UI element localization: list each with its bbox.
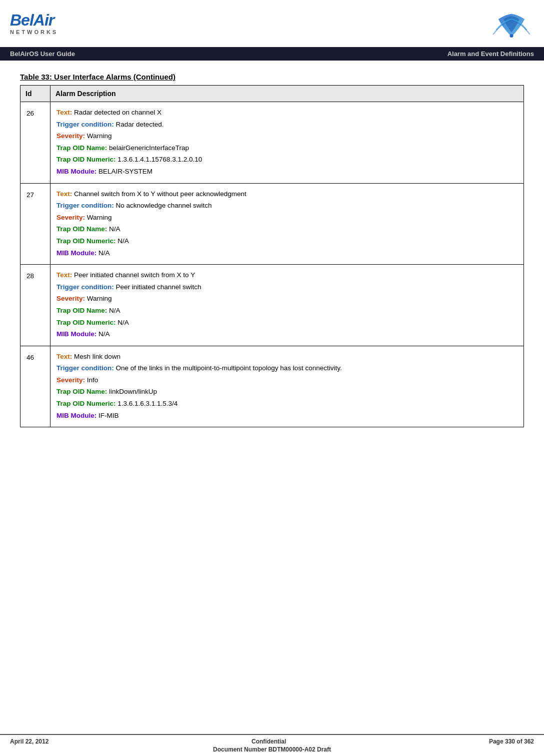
entry-value: BELAIR-SYSTEM bbox=[96, 168, 152, 175]
entry-label: Trap OID Numeric: bbox=[56, 400, 116, 407]
logo-area: BelAir NETWORKS bbox=[10, 12, 58, 35]
row-id: 26 bbox=[20, 102, 50, 184]
alarm-entry-line: Trigger condition: One of the links in t… bbox=[56, 363, 518, 374]
nav-bar: BelAirOS User Guide Alarm and Event Defi… bbox=[0, 47, 544, 61]
entry-value: N/A bbox=[96, 249, 110, 257]
row-id: 28 bbox=[20, 265, 50, 346]
alarm-entry-line: MIB Module: BELAIR-SYSTEM bbox=[56, 166, 518, 177]
alarm-entry-line: Trap OID Numeric: N/A bbox=[56, 317, 518, 328]
entry-label: Text: bbox=[56, 190, 72, 198]
row-description: Text: Radar detected on channel XTrigger… bbox=[50, 102, 524, 184]
entry-value: Peer initiated channel switch bbox=[114, 283, 202, 291]
alarm-entry-line: MIB Module: IF-MIB bbox=[56, 410, 518, 421]
alarm-entry-line: Trigger condition: Peer initiated channe… bbox=[56, 282, 518, 293]
entry-value: Warning bbox=[85, 295, 112, 302]
entry-value: Peer initiated channel switch from X to … bbox=[72, 271, 195, 279]
nav-right: Alarm and Event Definitions bbox=[448, 50, 534, 58]
alarm-entry-line: Text: Mesh link down bbox=[56, 351, 518, 362]
table-title: Table 33: User Interface Alarms (Continu… bbox=[20, 73, 524, 81]
entry-label: MIB Module: bbox=[56, 249, 96, 257]
alarm-entry-line: Text: Peer initiated channel switch from… bbox=[56, 270, 518, 281]
entry-value: linkDown/linkUp bbox=[107, 388, 157, 395]
page-footer: April 22, 2012 Confidential Page 330 of … bbox=[0, 734, 544, 756]
entry-value: Channel switch from X to Y without peer … bbox=[72, 190, 246, 198]
entry-value: Warning bbox=[85, 132, 112, 140]
entry-label: MIB Module: bbox=[56, 330, 96, 338]
alarm-entry-line: Severity: Warning bbox=[56, 293, 518, 304]
col-header-id: Id bbox=[20, 86, 50, 102]
entry-label: Text: bbox=[56, 271, 72, 279]
entry-label: Severity: bbox=[56, 214, 85, 221]
entry-label: Trigger condition: bbox=[56, 364, 114, 372]
page-header: BelAir NETWORKS bbox=[0, 0, 544, 47]
alarm-entry-line: Severity: Warning bbox=[56, 212, 518, 223]
logo-subtitle: NETWORKS bbox=[10, 29, 58, 35]
entry-value: N/A bbox=[107, 225, 120, 233]
entry-label: Text: bbox=[56, 353, 72, 360]
brand-icon bbox=[489, 6, 534, 41]
alarm-entry-line: MIB Module: N/A bbox=[56, 329, 518, 340]
entry-label: Severity: bbox=[56, 132, 85, 140]
entry-label: Trap OID Numeric: bbox=[56, 156, 116, 163]
entry-value: Info bbox=[85, 376, 98, 384]
alarm-entry-line: Text: Radar detected on channel X bbox=[56, 107, 518, 118]
entry-value: 1.3.6.1.6.3.1.1.5.3/4 bbox=[116, 400, 178, 407]
entry-label: Text: bbox=[56, 109, 72, 116]
table-row: 27Text: Channel switch from X to Y witho… bbox=[20, 183, 524, 265]
table-row: 46Text: Mesh link downTrigger condition:… bbox=[20, 346, 524, 427]
footer-doc-number: Document Number BDTM00000-A02 Draft bbox=[10, 746, 534, 753]
alarm-entry-line: Severity: Warning bbox=[56, 131, 518, 142]
entry-label: Trigger condition: bbox=[56, 202, 114, 209]
entry-value: Warning bbox=[85, 214, 112, 221]
entry-label: Trap OID Name: bbox=[56, 225, 107, 233]
entry-value: 1.3.6.1.4.1.15768.3.1.2.0.10 bbox=[116, 156, 202, 163]
entry-label: Trigger condition: bbox=[56, 283, 114, 291]
entry-value: N/A bbox=[116, 237, 129, 245]
alarm-entry-line: MIB Module: N/A bbox=[56, 248, 518, 259]
table-header-row: Id Alarm Description bbox=[20, 86, 524, 102]
alarm-table: Id Alarm Description 26Text: Radar detec… bbox=[20, 85, 524, 427]
row-description: Text: Mesh link downTrigger condition: O… bbox=[50, 346, 524, 427]
alarm-entry-line: Trap OID Numeric: 1.3.6.1.4.1.15768.3.1.… bbox=[56, 154, 518, 165]
entry-label: Trap OID Name: bbox=[56, 144, 107, 152]
entry-value: N/A bbox=[116, 319, 129, 326]
entry-label: MIB Module: bbox=[56, 168, 96, 175]
alarm-entry-line: Trigger condition: No acknowledge channe… bbox=[56, 200, 518, 211]
alarm-entry-line: Trap OID Name: N/A bbox=[56, 224, 518, 235]
entry-value: N/A bbox=[96, 330, 110, 338]
entry-value: Radar detected. bbox=[114, 121, 164, 128]
entry-label: Severity: bbox=[56, 295, 85, 302]
entry-value: IF-MIB bbox=[96, 412, 118, 419]
entry-label: Trigger condition: bbox=[56, 121, 114, 128]
alarm-entry-line: Trap OID Numeric: N/A bbox=[56, 236, 518, 247]
entry-label: Severity: bbox=[56, 376, 85, 384]
row-id: 27 bbox=[20, 183, 50, 265]
page-content: Table 33: User Interface Alarms (Continu… bbox=[0, 61, 544, 447]
entry-value: One of the links in the multipoint-to-mu… bbox=[114, 364, 342, 372]
row-description: Text: Channel switch from X to Y without… bbox=[50, 183, 524, 265]
entry-value: Radar detected on channel X bbox=[72, 109, 162, 116]
alarm-entry-line: Trap OID Name: N/A bbox=[56, 305, 518, 316]
entry-value: belairGenericInterfaceTrap bbox=[107, 144, 189, 152]
entry-label: Trap OID Name: bbox=[56, 388, 107, 395]
table-row: 26Text: Radar detected on channel XTrigg… bbox=[20, 102, 524, 184]
svg-point-0 bbox=[510, 34, 514, 38]
alarm-entry-line: Severity: Info bbox=[56, 375, 518, 386]
row-id: 46 bbox=[20, 346, 50, 427]
nav-left: BelAirOS User Guide bbox=[10, 50, 75, 58]
entry-label: MIB Module: bbox=[56, 412, 96, 419]
entry-label: Trap OID Numeric: bbox=[56, 319, 116, 326]
footer-confidential: Confidential bbox=[252, 738, 286, 745]
entry-label: Trap OID Name: bbox=[56, 307, 107, 314]
alarm-entry-line: Text: Channel switch from X to Y without… bbox=[56, 189, 518, 200]
table-row: 28Text: Peer initiated channel switch fr… bbox=[20, 265, 524, 346]
col-header-description: Alarm Description bbox=[50, 86, 524, 102]
entry-label: Trap OID Numeric: bbox=[56, 237, 116, 245]
footer-date: April 22, 2012 bbox=[10, 738, 48, 745]
row-description: Text: Peer initiated channel switch from… bbox=[50, 265, 524, 346]
logo: BelAir bbox=[10, 12, 58, 28]
entry-value: Mesh link down bbox=[72, 353, 120, 360]
entry-value: N/A bbox=[107, 307, 120, 314]
alarm-entry-line: Trap OID Name: belairGenericInterfaceTra… bbox=[56, 143, 518, 154]
alarm-entry-line: Trap OID Numeric: 1.3.6.1.6.3.1.1.5.3/4 bbox=[56, 398, 518, 409]
